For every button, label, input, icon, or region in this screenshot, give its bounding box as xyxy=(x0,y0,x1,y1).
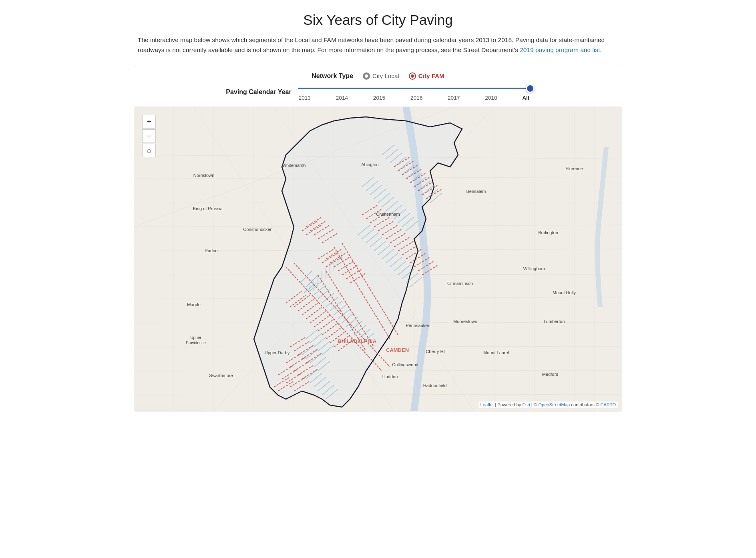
svg-text:Marple: Marple xyxy=(187,302,201,307)
zoom-in-button[interactable]: + xyxy=(142,115,156,128)
slider-track-container[interactable] xyxy=(298,84,530,93)
home-button[interactable]: ⌂ xyxy=(142,144,156,157)
svg-text:Mount Laurel: Mount Laurel xyxy=(483,350,509,355)
svg-text:Willingboro: Willingboro xyxy=(523,266,545,271)
slider-row: Paving Calendar Year 2013 2014 2015 2016… xyxy=(150,84,606,101)
svg-text:Providence: Providence xyxy=(186,341,206,345)
svg-text:Whitemarsh: Whitemarsh xyxy=(282,163,306,168)
network-type-row: Network Type City Local City FAM xyxy=(150,72,606,80)
svg-text:Haddon: Haddon xyxy=(382,374,398,379)
year-2018[interactable]: 2018 xyxy=(485,95,497,101)
svg-text:Upper Darby: Upper Darby xyxy=(265,350,290,355)
svg-text:Florence: Florence xyxy=(566,166,583,171)
svg-text:King of Prussia: King of Prussia xyxy=(193,206,223,211)
svg-text:Radnor: Radnor xyxy=(205,248,219,253)
svg-text:Collingswood: Collingswood xyxy=(392,362,418,367)
slider-label: Paving Calendar Year xyxy=(226,88,291,96)
svg-text:Cheltenham: Cheltenham xyxy=(376,212,400,217)
paving-program-link[interactable]: 2019 paving program and list xyxy=(520,46,600,53)
year-all[interactable]: All xyxy=(522,95,529,101)
svg-text:Conshohocken: Conshohocken xyxy=(243,227,272,232)
city-fam-label: City FAM xyxy=(418,72,444,79)
svg-text:CAMDEN: CAMDEN xyxy=(386,347,409,353)
svg-line-10 xyxy=(134,394,622,395)
leaflet-link[interactable]: Leaflet xyxy=(481,402,494,407)
network-type-label: Network Type xyxy=(312,72,353,80)
svg-text:Pennsauken: Pennsauken xyxy=(406,323,430,328)
city-local-option[interactable]: City Local xyxy=(363,72,399,80)
osm-link[interactable]: OpenStreetMap xyxy=(538,402,570,407)
map-container: Network Type City Local City FAM Paving … xyxy=(134,65,622,411)
page-description: The interactive map below shows which se… xyxy=(138,35,618,55)
svg-text:Mount Holly: Mount Holly xyxy=(553,290,576,295)
svg-text:Cinnaminson: Cinnaminson xyxy=(447,281,473,286)
year-2017[interactable]: 2017 xyxy=(448,95,460,101)
esri-link[interactable]: Esri xyxy=(522,402,530,407)
slider-thumb[interactable] xyxy=(526,84,535,93)
svg-text:Lumberton: Lumberton xyxy=(544,319,565,324)
city-local-radio[interactable] xyxy=(363,72,370,80)
svg-text:Moorestown: Moorestown xyxy=(453,319,477,324)
controls-panel: Network Type City Local City FAM Paving … xyxy=(134,65,622,107)
svg-text:Abington: Abington xyxy=(361,162,378,167)
year-2013[interactable]: 2013 xyxy=(299,95,311,101)
year-2015[interactable]: 2015 xyxy=(373,95,385,101)
map-controls: + − ⌂ xyxy=(142,115,156,157)
svg-text:Bensalem: Bensalem xyxy=(466,189,486,194)
svg-text:Swarthmore: Swarthmore xyxy=(209,373,233,378)
page-title: Six Years of City Paving xyxy=(16,12,740,28)
city-fam-option[interactable]: City FAM xyxy=(409,72,444,80)
city-local-label: City Local xyxy=(372,72,399,79)
slider-fill xyxy=(298,88,530,89)
map-attribution: Leaflet | Powered by Esri | © OpenStreet… xyxy=(479,401,618,408)
svg-line-9 xyxy=(134,370,622,371)
map-svg: Norristown Whitemarsh Abington Florence … xyxy=(134,107,622,411)
svg-text:Cherry Hill: Cherry Hill xyxy=(426,349,446,354)
leaflet-credit: Leaflet xyxy=(481,402,494,407)
carto-link[interactable]: CARTO xyxy=(600,402,616,407)
slider-wrapper: 2013 2014 2015 2016 2017 2018 All xyxy=(298,84,530,101)
slider-ticks: 2013 2014 2015 2016 2017 2018 All xyxy=(298,95,530,101)
year-2016[interactable]: 2016 xyxy=(410,95,422,101)
svg-text:Haddonfield: Haddonfield xyxy=(423,383,447,388)
city-fam-radio[interactable] xyxy=(409,72,416,80)
map-area[interactable]: Norristown Whitemarsh Abington Florence … xyxy=(134,107,622,411)
zoom-out-button[interactable]: − xyxy=(142,129,156,143)
year-2014[interactable]: 2014 xyxy=(336,95,348,101)
svg-text:Medford: Medford xyxy=(542,372,558,377)
svg-text:Norristown: Norristown xyxy=(193,173,215,178)
slider-track xyxy=(298,88,530,89)
svg-text:PHILADELPHIA: PHILADELPHIA xyxy=(338,338,377,344)
svg-text:Burlington: Burlington xyxy=(538,230,558,235)
svg-text:Upper: Upper xyxy=(190,335,201,340)
